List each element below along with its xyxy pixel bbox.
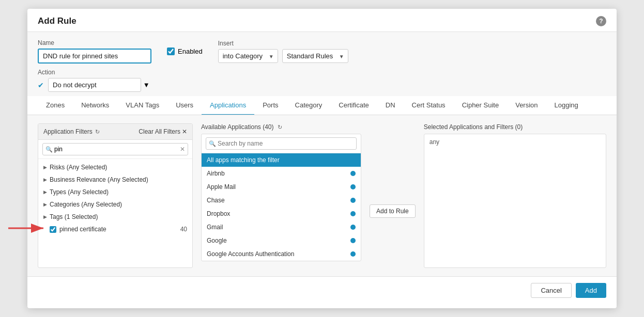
available-list: 🔍 All apps matching the filter Airbnb Ap… <box>201 134 361 261</box>
tab-certificate[interactable]: Certificate <box>330 96 377 115</box>
insert-select[interactable]: into Category into Policy <box>218 49 278 63</box>
filter-search-icon: 🔍 <box>45 146 53 153</box>
filter-categories[interactable]: ▶ Categories (Any Selected) <box>38 198 192 211</box>
filter-types[interactable]: ▶ Types (Any Selected) <box>38 186 192 198</box>
action-row: Action <box>38 69 606 76</box>
filter-search-input[interactable] <box>42 143 188 155</box>
clear-all-label: Clear All Filters <box>139 128 180 135</box>
app-dropbox-dot-icon <box>350 211 356 216</box>
selected-area: any <box>424 134 606 268</box>
name-label: Name <box>38 39 151 46</box>
app-item-all[interactable]: All apps matching the filter <box>202 153 361 167</box>
action-label: Action <box>38 69 55 76</box>
available-apps-refresh-icon[interactable]: ↻ <box>278 124 282 130</box>
app-filters-label: Application Filters <box>43 128 93 135</box>
risks-label: Risks (Any Selected) <box>50 164 107 171</box>
add-btn-area: Add to Rule <box>370 123 416 268</box>
tab-networks[interactable]: Networks <box>73 96 117 115</box>
add-button[interactable]: Add <box>576 283 606 298</box>
mid-panel-header: Available Applications (40) ↻ <box>201 123 361 131</box>
action-select-wrap: Do not decrypt Decrypt - Resign Block ▼ <box>48 78 150 92</box>
standard-rules-select[interactable]: Standard Rules SSL Rules <box>282 49 348 63</box>
clear-all-x-icon: ✕ <box>182 128 187 135</box>
pinned-cert-checkbox[interactable] <box>50 226 56 233</box>
tab-logging[interactable]: Logging <box>546 96 587 115</box>
right-panel-header: Selected Applications and Filters (0) <box>424 123 606 131</box>
content-area: Application Filters ↻ Clear All Filters … <box>27 115 617 276</box>
filter-risks[interactable]: ▶ Risks (Any Selected) <box>38 161 192 173</box>
mid-panel: Available Applications (40) ↻ 🔍 All apps… <box>201 123 361 268</box>
app-google-label: Google <box>207 237 227 244</box>
filter-list: ▶ Risks (Any Selected) ▶ Business Releva… <box>38 159 192 237</box>
filter-tags[interactable]: ▶ Tags (1 Selected) <box>38 211 192 223</box>
app-google-accounts-label: Google Accounts Authentication <box>207 250 294 258</box>
app-item-airbnb[interactable]: Airbnb <box>202 167 361 180</box>
avail-search: 🔍 <box>202 134 361 153</box>
app-airbnb-dot-icon <box>350 171 356 176</box>
add-to-rule-button[interactable]: Add to Rule <box>370 204 416 218</box>
enabled-checkbox[interactable] <box>167 47 175 55</box>
app-chase-label: Chase <box>207 197 225 204</box>
app-all-label: All apps matching the filter <box>207 156 280 164</box>
risks-triangle-icon: ▶ <box>43 165 47 170</box>
tab-dn[interactable]: DN <box>377 96 404 115</box>
pinned-cert-left: pinned certificate <box>50 226 106 233</box>
categories-triangle-icon: ▶ <box>43 202 47 207</box>
app-apple-mail-dot-icon <box>350 184 356 189</box>
app-gmail-label: Gmail <box>207 224 223 231</box>
app-item-gmail[interactable]: Gmail <box>202 220 361 234</box>
types-label: Types (Any Selected) <box>50 188 109 196</box>
tab-ports[interactable]: Ports <box>254 96 286 115</box>
tab-cert-status[interactable]: Cert Status <box>404 96 454 115</box>
app-dropbox-label: Dropbox <box>207 210 230 217</box>
types-triangle-icon: ▶ <box>43 189 47 195</box>
form-section: Name Enabled Insert into Category into P… <box>27 32 617 96</box>
filter-business[interactable]: ▶ Business Relevance (Any Selected) <box>38 173 192 186</box>
app-item-apple-mail[interactable]: Apple Mail <box>202 180 361 194</box>
tab-cipher-suite[interactable]: Cipher Suite <box>454 96 508 115</box>
avail-search-input[interactable] <box>206 137 357 150</box>
help-icon[interactable]: ? <box>596 16 606 26</box>
insert-group: Insert into Category into Policy ▼ Stand… <box>218 40 348 63</box>
modal-header: Add Rule ? <box>27 9 617 32</box>
filter-pinned-cert-row: pinned certificate 40 <box>38 223 192 235</box>
app-filters-title: Application Filters ↻ <box>43 128 100 135</box>
available-apps-title: Available Applications (40) ↻ <box>201 123 282 131</box>
tab-users[interactable]: Users <box>167 96 202 115</box>
app-gmail-dot-icon <box>350 225 356 230</box>
app-item-google-accounts[interactable]: Google Accounts Authentication <box>202 247 361 261</box>
arrow-svg <box>6 222 48 234</box>
tab-version[interactable]: Version <box>507 96 546 115</box>
filter-search-clear-icon[interactable]: ✕ <box>180 146 185 153</box>
avail-search-icon: 🔍 <box>209 140 216 147</box>
app-item-chase[interactable]: Chase <box>202 194 361 207</box>
business-triangle-icon: ▶ <box>43 177 47 182</box>
tab-zones[interactable]: Zones <box>38 96 73 115</box>
app-item-dropbox[interactable]: Dropbox <box>202 207 361 220</box>
right-panel: Selected Applications and Filters (0) an… <box>424 123 606 268</box>
tags-triangle-icon: ▶ <box>43 214 47 219</box>
app-item-google[interactable]: Google <box>202 234 361 247</box>
filters-refresh-icon[interactable]: ↻ <box>95 129 100 135</box>
insert-label: Insert <box>218 40 348 47</box>
business-label: Business Relevance (Any Selected) <box>50 176 148 183</box>
cancel-button[interactable]: Cancel <box>531 283 571 298</box>
tags-label: Tags (1 Selected) <box>50 213 98 220</box>
avail-search-wrap: 🔍 <box>206 137 357 150</box>
action-select[interactable]: Do not decrypt Decrypt - Resign Block <box>48 78 141 92</box>
app-chase-dot-icon <box>350 198 356 203</box>
tab-applications[interactable]: Applications <box>202 96 254 115</box>
app-airbnb-label: Airbnb <box>207 170 225 177</box>
filter-search-wrap: 🔍 ✕ <box>38 140 192 159</box>
tab-vlan-tags[interactable]: VLAN Tags <box>117 96 167 115</box>
filter-search-inner: 🔍 ✕ <box>42 143 188 155</box>
arrow-annotation <box>6 222 48 234</box>
modal-footer: Cancel Add <box>27 276 617 304</box>
action-chevron-icon: ▼ <box>143 81 150 89</box>
action-select-row: ✔ Do not decrypt Decrypt - Resign Block … <box>38 78 606 92</box>
name-input[interactable] <box>38 49 151 64</box>
clear-all-button[interactable]: Clear All Filters ✕ <box>139 128 187 135</box>
standard-rules-select-wrap: Standard Rules SSL Rules ▼ <box>282 49 348 63</box>
selected-content: any <box>430 138 439 146</box>
tab-category[interactable]: Category <box>287 96 331 115</box>
